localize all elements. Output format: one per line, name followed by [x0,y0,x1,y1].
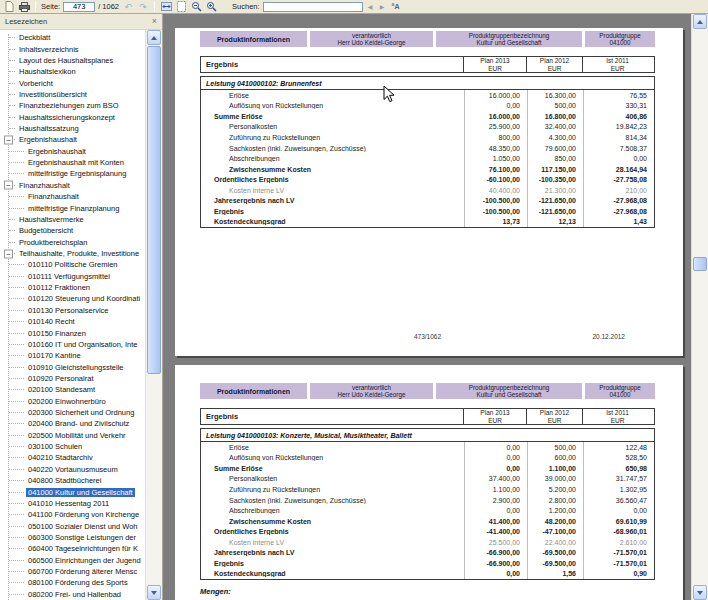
bookmark-item[interactable]: 080100 Förderung des Sports [0,577,145,588]
table-row: Auflösung von Rückstellungen0,00500,0033… [201,101,654,112]
bookmark-item[interactable]: 041100 Förderung von Kirchenge [0,509,145,520]
bookmark-item[interactable]: Budgetübersicht [0,225,145,236]
page-number-input[interactable] [63,2,95,12]
bookmark-item[interactable]: 020500 Mobilität und Verkehr [0,430,145,441]
bookmark-item[interactable]: 060400 Tageseinrichtungen für K [0,543,145,554]
zoom-in-icon[interactable] [205,1,217,13]
bookmark-item[interactable]: 020300 Sicherheit und Ordnung [0,407,145,418]
bookmark-item[interactable]: 041000 Kultur und Gesellschaft [0,486,145,497]
bookmark-item[interactable]: 050100 Sozialer Dienst und Woh [0,520,145,531]
table-row: Auflösung von Rückstellungen0,00600,0052… [201,453,654,464]
search-input[interactable] [263,2,363,12]
bookmark-label: 080200 Frei- und Hallenbad [26,590,123,599]
scroll-down-icon[interactable] [147,585,161,600]
scroll-up-icon[interactable] [147,30,161,45]
open-document-icon[interactable] [3,1,15,13]
scroll-up-icon[interactable] [693,14,707,29]
table-row: Ordentliches Ergebnis-41.400,00-47.100,0… [201,526,654,537]
bookmark-item[interactable]: Deckblatt [0,32,145,43]
footer-page-number: 473/1062 [414,333,441,340]
table-row: Abschreibungen0,001.200,000,00 [201,505,654,516]
bookmark-item[interactable]: −Teilhaushalte, Produkte, Investitione [0,248,145,259]
bookmark-label: Deckblatt [17,33,52,42]
print-icon[interactable] [18,1,30,13]
page-footer: 473/1062 20.12.2012 [200,333,655,343]
find-next-icon[interactable]: ▶ [378,1,387,13]
bookmark-item[interactable]: 010140 Recht [0,316,145,327]
bookmark-item[interactable]: Ergebnishaushalt mit Konten [0,157,145,168]
table-row: Sachkosten (inkl. Zuweisungen, Zuschüsse… [201,495,654,506]
bookmark-item[interactable]: 030100 Schulen [0,441,145,452]
bookmark-item[interactable]: −Finanzhaushalt [0,180,145,191]
bookmark-item[interactable]: 010120 Steuerung und Koordinati [0,293,145,304]
bookmark-item[interactable]: 020400 Brand- und Zivilschutz [0,418,145,429]
header-cell: verantwortlichHerr Udo Keidel-George [310,383,433,399]
bookmark-item[interactable]: 041010 Hessentag 2011 [0,498,145,509]
sidebar-scrollbar-thumb[interactable] [147,46,161,374]
bookmark-item[interactable]: Finanzbeziehungen zum BSO [0,100,145,111]
bookmark-item[interactable]: 020200 Einwohnerbüro [0,396,145,407]
bookmark-item[interactable]: 010170 Kantine [0,350,145,361]
document-scrollbar-thumb[interactable] [693,257,707,271]
bookmark-label: 050100 Sozialer Dienst und Woh [26,522,140,531]
bookmark-item[interactable]: Haushaltsvermerke [0,214,145,225]
bookmark-label: 010920 Personalrat [26,374,95,383]
bookmark-item[interactable]: 040220 Vortaunusmuseum [0,464,145,475]
next-view-icon[interactable]: ↷ [137,1,149,13]
bookmark-label: 080100 Förderung des Sports [26,578,130,587]
bookmark-item[interactable]: 060500 Einrichtungen der Jugend [0,555,145,566]
bookmark-item[interactable]: Haushaltssicherungskonzept [0,112,145,123]
fit-width-icon[interactable] [160,1,172,13]
table-row: Ergebnis-66.900,00-69.500,00-71.570,01 [201,558,654,569]
bookmark-item[interactable]: 040800 Stadtbücherei [0,475,145,486]
bookmark-item[interactable]: 010110 Politische Gremien [0,259,145,270]
bookmark-label: Ergebnishaushalt [26,147,88,156]
document-scrollbar[interactable] [691,14,708,600]
bookmark-item[interactable]: Layout des Haushaltsplanes [0,55,145,66]
bookmarks-sidebar: Lesezeichen × DeckblattInhaltsverzeichni… [0,14,163,600]
tree-collapse-icon[interactable]: − [4,249,13,258]
table-row: Jahresergebnis nach LV-66.900,00-69.500,… [201,547,654,558]
bookmark-label: 020200 Einwohnerbüro [26,397,108,406]
tree-collapse-icon[interactable]: − [4,181,13,190]
bookmark-item[interactable]: 010112 Fraktionen [0,282,145,293]
zoom-out-icon[interactable] [190,1,202,13]
bookmark-item[interactable]: 010111 Verfügungsmittel [0,271,145,282]
bookmark-label: Inhaltsverzeichnis [17,45,81,54]
bookmark-item[interactable]: mittelfristige Ergebnisplanung [0,168,145,179]
previous-view-icon[interactable]: ↶ [122,1,134,13]
bookmark-item[interactable]: Inhaltsverzeichnis [0,43,145,54]
bookmark-item[interactable]: Vorbericht [0,77,145,88]
document-view[interactable]: Produktinformationen verantwortlichHerr … [163,14,691,600]
header-cell: Produktinformationen [200,31,307,47]
bookmark-item[interactable]: Finanzhaushalt [0,191,145,202]
sidebar-scrollbar[interactable] [145,30,162,600]
bookmark-item[interactable]: Haushaltslexikon [0,66,145,77]
bookmark-item[interactable]: −Ergebnishaushalt [0,134,145,145]
bookmark-item[interactable]: 010130 Personalservice [0,305,145,316]
footer-date: 20.12.2012 [592,333,625,340]
tree-collapse-icon[interactable]: − [4,135,13,144]
close-icon[interactable]: × [152,17,157,26]
fit-page-icon[interactable] [175,1,187,13]
bookmark-item[interactable]: 040210 Stadtarchiv [0,452,145,463]
bookmark-item[interactable]: Ergebnishaushalt [0,146,145,157]
scroll-down-icon[interactable] [693,585,707,600]
bookmark-item[interactable]: 080200 Frei- und Hallenbad [0,589,145,600]
bookmark-item[interactable]: 060300 Sonstige Leistungen der [0,532,145,543]
table-row: Sachkosten (inkl. Zuweisungen, Zuschüsse… [201,143,654,154]
table-row: Kostendeckungsgrad13,7312,131,43 [201,217,654,228]
bookmark-label: Finanzhaushalt [26,192,81,201]
bookmark-item[interactable]: Produktbereichsplan [0,236,145,247]
bookmark-item[interactable]: 010910 Gleichstellungsstelle [0,361,145,372]
bookmark-item[interactable]: mittelfristige Finanzplanung [0,202,145,213]
find-previous-icon[interactable]: ◀ [366,1,375,13]
bookmark-item[interactable]: 020100 Standesamt [0,384,145,395]
bookmark-item[interactable]: Investitionsübersicht [0,89,145,100]
match-case-icon[interactable]: ªA [392,2,400,11]
bookmark-item[interactable]: 060700 Förderung älterer Mensc [0,566,145,577]
bookmark-item[interactable]: Haushaltssatzung [0,123,145,134]
bookmark-item[interactable]: 010150 Finanzen [0,327,145,338]
bookmark-item[interactable]: 010920 Personalrat [0,373,145,384]
bookmark-item[interactable]: 010160 IT und Organisation, Inte [0,339,145,350]
